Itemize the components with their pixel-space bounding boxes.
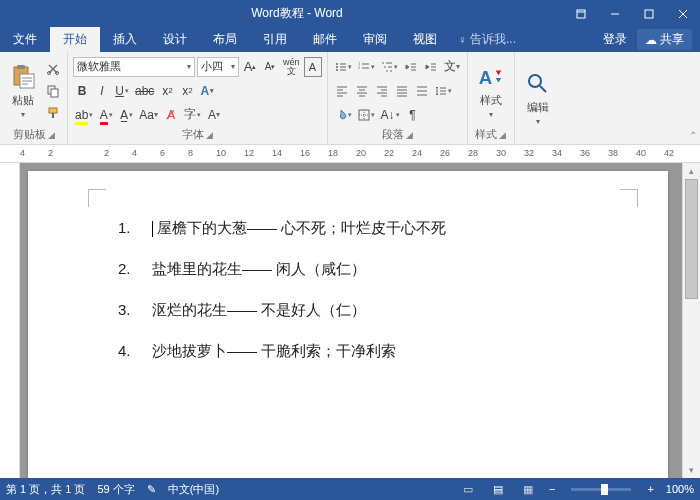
tab-references[interactable]: 引用 <box>250 27 300 52</box>
grow-font-button[interactable]: A▴ <box>241 57 259 77</box>
editing-button[interactable]: 编辑▾ <box>520 55 556 141</box>
minimize-icon[interactable] <box>598 0 632 27</box>
strike-button[interactable]: abc <box>133 81 156 101</box>
font-color-button[interactable]: A <box>97 105 115 125</box>
language-indicator[interactable]: 中文(中国) <box>168 482 219 497</box>
scroll-track[interactable] <box>683 179 700 462</box>
align-center-button[interactable] <box>353 81 371 101</box>
scroll-down-button[interactable]: ▾ <box>683 462 700 478</box>
zoom-knob[interactable] <box>601 484 608 495</box>
list-item[interactable]: 4.沙地拔萝卜—— 干脆利索；干净利索 <box>118 342 608 361</box>
subscript-button[interactable]: x2 <box>158 81 176 101</box>
tab-design[interactable]: 设计 <box>150 27 200 52</box>
change-case-button[interactable]: Aa▾ <box>137 105 160 125</box>
word-count[interactable]: 59 个字 <box>97 482 134 497</box>
paragraph-dialog-launcher[interactable]: ◢ <box>406 130 413 140</box>
ribbon-options-icon[interactable] <box>564 0 598 27</box>
clipboard-dialog-launcher[interactable]: ◢ <box>48 130 55 140</box>
group-clipboard: 粘贴 ▾ 剪贴板◢ <box>0 52 68 144</box>
vertical-scrollbar[interactable]: ▴ ▾ <box>682 163 700 478</box>
font-dialog-launcher[interactable]: ◢ <box>206 130 213 140</box>
decrease-indent-button[interactable] <box>402 57 420 77</box>
tab-file[interactable]: 文件 <box>0 27 50 52</box>
tab-layout[interactable]: 布局 <box>200 27 250 52</box>
char-border-button[interactable]: A <box>304 57 322 77</box>
tell-me-search[interactable]: ♀ 告诉我... <box>450 27 524 52</box>
superscript-button[interactable]: x2 <box>178 81 196 101</box>
ribbon: 粘贴 ▾ 剪贴板◢ 微软雅黑▾ 小四▾ A▴ A▾ wén文 A B I <box>0 52 700 145</box>
list-text: 屋檐下的大葱—— 心不死；叶烂皮干心不死 <box>157 219 446 236</box>
maximize-icon[interactable] <box>632 0 666 27</box>
tab-insert[interactable]: 插入 <box>100 27 150 52</box>
italic-button[interactable]: I <box>93 81 111 101</box>
sort-button[interactable]: A↓ <box>379 105 402 125</box>
clear-format-button[interactable]: A̸ <box>162 105 180 125</box>
copy-button[interactable] <box>44 81 62 101</box>
page-indicator[interactable]: 第 1 页，共 1 页 <box>6 482 85 497</box>
ruler-tick: 2 <box>48 148 53 158</box>
close-icon[interactable] <box>666 0 700 27</box>
ruler-tick: 36 <box>580 148 590 158</box>
char-scale-button[interactable]: A▾ <box>205 105 223 125</box>
view-print-button[interactable]: ▤ <box>489 483 507 496</box>
zoom-in-button[interactable]: + <box>647 483 653 495</box>
font-name-combo[interactable]: 微软雅黑▾ <box>73 57 195 77</box>
font-group-label: 字体 <box>182 127 204 142</box>
multilevel-button[interactable] <box>379 57 400 77</box>
format-painter-button[interactable] <box>44 103 62 123</box>
increase-indent-button[interactable] <box>422 57 440 77</box>
share-button[interactable]: ☁ 共享 <box>637 29 692 50</box>
page[interactable]: 1.屋檐下的大葱—— 心不死；叶烂皮干心不死2.盐堆里的花生—— 闲人（咸仁）3… <box>28 171 668 478</box>
tab-mail[interactable]: 邮件 <box>300 27 350 52</box>
view-web-button[interactable]: ▦ <box>519 483 537 496</box>
vertical-ruler[interactable] <box>0 163 20 478</box>
underline-button[interactable]: U <box>113 81 131 101</box>
numbering-button[interactable]: 12 <box>356 57 377 77</box>
styles-button[interactable]: A 样式▾ <box>473 55 509 126</box>
ruler-tick: 22 <box>384 148 394 158</box>
paste-button[interactable]: 粘贴 ▾ <box>5 55 41 126</box>
zoom-value[interactable]: 100% <box>666 483 694 495</box>
collapse-ribbon-button[interactable]: ⌃ <box>686 52 700 144</box>
spell-check-icon[interactable]: ✎ <box>147 483 156 496</box>
zoom-slider[interactable] <box>571 488 631 491</box>
cut-button[interactable] <box>44 59 62 79</box>
align-right-button[interactable] <box>373 81 391 101</box>
asian-layout-button[interactable]: 文▾ <box>442 57 462 77</box>
distribute-button[interactable] <box>413 81 431 101</box>
group-paragraph: 12 文▾ A↓ ¶ 段落◢ <box>328 52 468 144</box>
phonetic-guide-button[interactable]: wén文 <box>281 57 302 77</box>
scroll-up-button[interactable]: ▴ <box>683 163 700 179</box>
shading-button[interactable] <box>333 105 354 125</box>
scroll-thumb[interactable] <box>685 179 698 299</box>
borders-button[interactable] <box>356 105 377 125</box>
line-spacing-button[interactable] <box>433 81 454 101</box>
login-link[interactable]: 登录 <box>603 31 627 48</box>
tab-view[interactable]: 视图 <box>400 27 450 52</box>
show-marks-button[interactable]: ¶ <box>404 105 422 125</box>
page-scroll[interactable]: 1.屋檐下的大葱—— 心不死；叶烂皮干心不死2.盐堆里的花生—— 闲人（咸仁）3… <box>20 163 682 478</box>
enclose-char-button[interactable]: 字 <box>182 105 203 125</box>
text-effects-button[interactable]: A <box>198 81 216 101</box>
title-bar: Word教程 - Word <box>0 0 700 27</box>
find-icon <box>524 70 552 98</box>
char-shading-button[interactable]: A̲ <box>117 105 135 125</box>
list-item[interactable]: 3.沤烂的花生—— 不是好人（仁） <box>118 301 608 320</box>
view-read-button[interactable]: ▭ <box>459 483 477 496</box>
font-size-combo[interactable]: 小四▾ <box>197 57 239 77</box>
align-justify-button[interactable] <box>393 81 411 101</box>
align-left-button[interactable] <box>333 81 351 101</box>
bold-button[interactable]: B <box>73 81 91 101</box>
shrink-font-button[interactable]: A▾ <box>261 57 279 77</box>
list-text: 盐堆里的花生—— 闲人（咸仁） <box>152 260 366 279</box>
bullets-button[interactable] <box>333 57 354 77</box>
list-item[interactable]: 2.盐堆里的花生—— 闲人（咸仁） <box>118 260 608 279</box>
ruler-tick: 10 <box>216 148 226 158</box>
highlight-button[interactable]: ab <box>73 105 95 125</box>
zoom-out-button[interactable]: − <box>549 483 555 495</box>
styles-dialog-launcher[interactable]: ◢ <box>499 130 506 140</box>
list-item[interactable]: 1.屋檐下的大葱—— 心不死；叶烂皮干心不死 <box>118 219 608 238</box>
tab-review[interactable]: 审阅 <box>350 27 400 52</box>
tab-home[interactable]: 开始 <box>50 27 100 52</box>
horizontal-ruler[interactable]: 4224681012141618202224262830323436384042 <box>0 145 700 163</box>
